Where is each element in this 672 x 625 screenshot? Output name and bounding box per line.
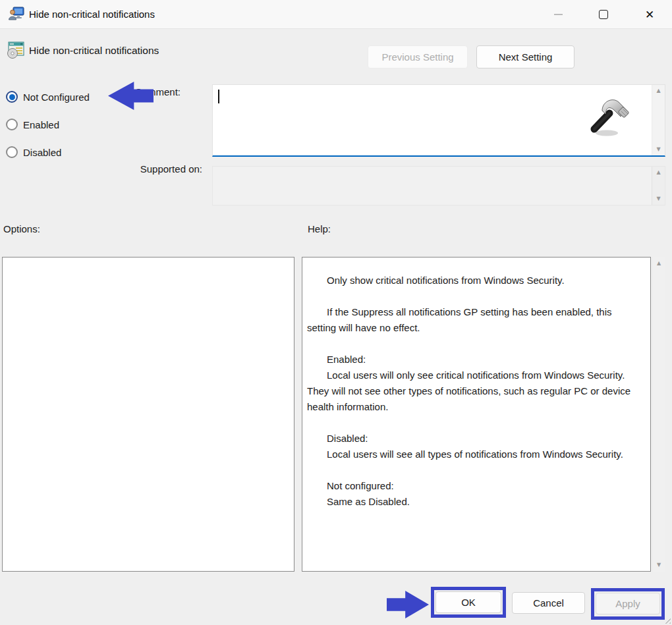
help-paragraph: Enabled:	[307, 352, 642, 367]
maximize-icon	[599, 10, 608, 19]
previous-setting-button[interactable]: Previous Setting	[368, 45, 468, 68]
help-paragraph: Not configured:	[307, 478, 642, 494]
help-paragraph: Same as Disabled.	[307, 494, 642, 510]
help-paragraph: Local users will only see critical notif…	[307, 367, 642, 415]
window-title: Hide non-critical notifications	[29, 9, 155, 20]
radio-label: Disabled	[23, 147, 61, 158]
supported-on-label: Supported on:	[99, 163, 202, 175]
ok-button[interactable]: OK	[435, 591, 501, 613]
help-paragraph	[307, 288, 642, 304]
help-panel: Only show critical notifications from Wi…	[302, 257, 651, 572]
annotation-arrow-right-icon	[387, 591, 429, 618]
help-paragraph	[307, 462, 642, 478]
text-caret	[218, 90, 219, 103]
next-setting-button[interactable]: Next Setting	[476, 45, 574, 68]
supported-on-scrollbar: ▲ ▼	[652, 167, 665, 205]
radio-unselected-icon	[6, 146, 18, 158]
options-label: Options:	[3, 223, 40, 234]
supported-on-box: ▲ ▼	[212, 166, 665, 205]
cancel-button[interactable]: Cancel	[512, 592, 585, 614]
annotation-highlight-ok: OK	[431, 587, 506, 618]
close-button[interactable]: ✕	[634, 0, 665, 29]
radio-not-configured[interactable]: Not Configured	[6, 90, 90, 104]
group-policy-app-icon	[9, 7, 24, 22]
radio-enabled[interactable]: Enabled	[6, 117, 59, 132]
scroll-down-icon[interactable]: ▼	[657, 562, 661, 568]
radio-label: Enabled	[23, 119, 59, 130]
radio-selected-icon	[6, 91, 18, 103]
help-paragraph	[307, 415, 642, 431]
hammer-cursor-icon	[587, 96, 634, 138]
scroll-up-icon: ▲	[656, 170, 660, 175]
help-paragraph: Only show critical notifications from Wi…	[307, 273, 642, 288]
radio-unselected-icon	[6, 119, 18, 130]
close-icon: ✕	[645, 9, 654, 20]
comment-scrollbar[interactable]: ▲ ▼	[652, 85, 665, 155]
help-label: Help:	[308, 223, 331, 234]
help-scrollbar[interactable]: ▲ ▼	[653, 257, 665, 572]
help-paragraph: If the Suppress all notifications GP set…	[307, 304, 642, 336]
apply-button[interactable]: Apply	[596, 593, 660, 614]
scroll-up-icon[interactable]: ▲	[657, 261, 661, 266]
help-paragraph: Disabled:	[307, 431, 642, 447]
options-panel	[2, 257, 294, 572]
setting-title: Hide non-critical notifications	[29, 45, 159, 57]
resize-grip[interactable]	[664, 617, 671, 624]
title-bar: Hide non-critical notifications ✕	[0, 0, 672, 29]
minimize-icon	[554, 14, 563, 15]
maximize-button[interactable]	[588, 0, 619, 29]
radio-label: Not Configured	[23, 92, 90, 103]
help-paragraph: Local users will see all types of notifi…	[307, 447, 642, 462]
help-paragraph	[307, 336, 642, 352]
annotation-highlight-apply: Apply	[591, 588, 665, 620]
scroll-up-icon[interactable]: ▲	[656, 88, 660, 94]
scroll-down-icon[interactable]: ▼	[656, 147, 660, 152]
radio-disabled[interactable]: Disabled	[6, 145, 61, 159]
scroll-down-icon: ▼	[656, 196, 660, 202]
minimize-button[interactable]	[543, 0, 573, 29]
policy-setting-icon	[7, 41, 24, 59]
